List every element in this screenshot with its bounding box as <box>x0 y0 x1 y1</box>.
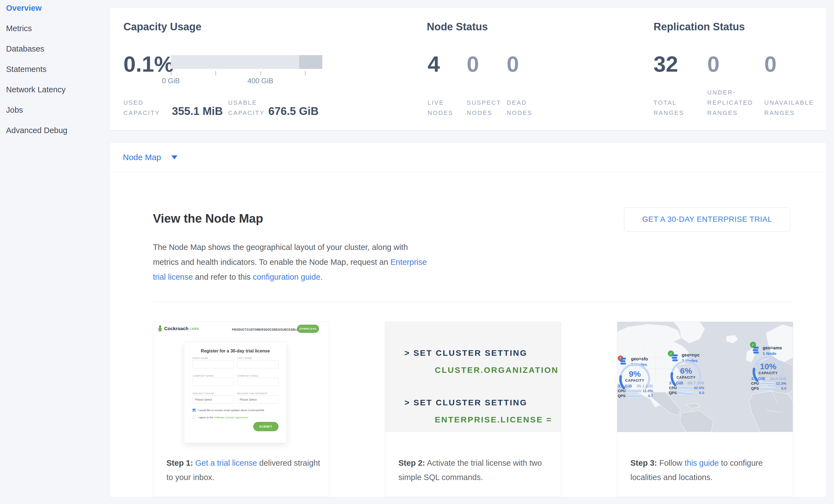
node-map-description: The Node Map shows the geographical layo… <box>153 240 429 284</box>
sidebar: Overview Metrics Databases Statements Ne… <box>0 0 109 504</box>
cpu-row: CPU 12.3% <box>751 381 786 386</box>
logo-suffix: LABS <box>190 327 199 330</box>
section-divider <box>153 302 793 302</box>
last-name-field <box>237 360 279 368</box>
sidebar-item-metrics[interactable]: Metrics <box>0 18 109 39</box>
map-node-ams: ✓ geo=ams 1 Node 10% CAPACITY <box>617 322 793 402</box>
capacity-bar-dark-segment <box>299 55 322 69</box>
live-nodes-count: 4 <box>427 49 440 79</box>
sql-snippet: > SET CLUSTER SETTING CLUSTER.ORGANIZATI… <box>385 322 561 432</box>
sidebar-item-jobs[interactable]: Jobs <box>0 100 109 120</box>
capacity-usage-bar <box>171 55 322 69</box>
step3-label: Step 3: <box>630 459 657 467</box>
capacity-usage-title: Capacity Usage <box>124 21 201 33</box>
agreement-pre: I agree to the <box>198 416 214 419</box>
minisite-submit-button: SUBMIT <box>253 422 279 431</box>
step3-caption: Step 3: Follow this guide to configure l… <box>630 456 785 484</box>
qps-sparkline-icon <box>761 387 775 391</box>
capacity-axis-tick <box>260 71 261 75</box>
get-trial-license-link[interactable]: Get a trial license <box>195 459 257 467</box>
unchecked-checkbox-icon <box>193 416 196 419</box>
project-phase-select: Please Select <box>193 395 234 404</box>
get-enterprise-trial-button[interactable]: GET A 30-DAY ENTERPRISE TRIAL <box>624 207 790 232</box>
cluster-summary-panel: Capacity Usage 0.1% 0 GiB 400 GiB USED C… <box>109 7 827 130</box>
step3-text: Follow <box>657 459 685 467</box>
capacity-axis-tick <box>305 71 306 75</box>
view-selector-label: Node Map <box>123 153 161 162</box>
unavailable-ranges-label: UNAVAILABLE RANGES <box>764 97 822 118</box>
step1-text <box>193 459 195 467</box>
node-status-title: Node Status <box>427 21 488 33</box>
reason-for-interest-label: REASON FOR INTEREST <box>237 392 268 395</box>
this-guide-link[interactable]: this guide <box>685 459 719 467</box>
sql-line-2: CLUSTER.ORGANIZATION = <box>435 366 561 375</box>
sql-line-1: > SET CLUSTER SETTING <box>404 348 527 358</box>
usable-capacity-value: 676.5 GiB <box>268 105 319 117</box>
logo-word: Cockroach <box>164 326 189 331</box>
db-console-overview-page: Overview Metrics Databases Statements Ne… <box>0 0 834 504</box>
chevron-down-icon <box>171 155 177 159</box>
capacity-axis-tick <box>216 71 216 75</box>
email-updates-checkbox-row: I would like to receive email updates ab… <box>193 409 281 412</box>
minisite-download-button: DOWNLOAD <box>297 325 319 333</box>
company-email-field <box>237 378 279 386</box>
locality-name: geo=ams <box>763 346 782 351</box>
sidebar-item-network-latency[interactable]: Network Latency <box>0 79 109 100</box>
sql-line-4: ENTERPRISE.LICENSE = <box>435 415 552 424</box>
description-text: The Node Map shows the geographical layo… <box>153 243 408 266</box>
suspect-nodes-count: 0 <box>467 49 479 79</box>
capacity-word: CAPACITY <box>752 371 785 375</box>
used-capacity-label: USED CAPACITY <box>124 97 168 118</box>
software-license-agreement-link: Software License Agreement <box>214 416 247 419</box>
sql-line-3: > SET CLUSTER SETTING <box>404 398 527 407</box>
company-name-field <box>193 378 234 386</box>
first-name-field <box>193 360 234 368</box>
total-gib: 34.4 GiB <box>770 376 786 381</box>
cpu-label: CPU <box>751 381 761 386</box>
view-selector-dropdown[interactable]: Node Map <box>110 143 826 172</box>
minisite-nav-item: CUSTOMERS <box>247 328 265 331</box>
description-text: and refer to this <box>193 272 253 281</box>
step2-caption: Step 2: Activate the trial license with … <box>398 456 553 484</box>
capacity-percent: 10% <box>752 362 785 371</box>
license-agreement-checkbox-row: I agree to the Software License Agreemen… <box>193 416 281 419</box>
minisite-nav: PRODUCT CUSTOMERS DOCS RESOURCES BLOG <box>232 322 294 337</box>
checked-checkbox-icon <box>193 409 196 412</box>
license-agreement-text: I agree to the Software License Agreemen… <box>198 416 248 419</box>
replication-status-title: Replication Status <box>654 21 745 33</box>
dead-nodes-label: DEAD NODES <box>507 97 540 118</box>
step1-caption: Step 1: Get a trial license delivered st… <box>167 456 321 484</box>
live-nodes-label: LIVE NODES <box>427 97 461 118</box>
minisite-nav-item: RESOURCES <box>274 328 292 331</box>
email-updates-text: I would like to receive email updates ab… <box>198 409 265 412</box>
last-name-label: LAST NAME <box>237 357 252 359</box>
under-replicated-ranges-count: 0 <box>707 49 720 79</box>
node-map-panel: Node Map View the Node Map The Node Map … <box>109 143 827 497</box>
first-name-label: FIRST NAME <box>193 357 208 359</box>
configuration-guide-link[interactable]: configuration guide <box>253 272 321 281</box>
database-icon <box>753 347 759 354</box>
under-replicated-ranges-label: UNDER-REPLICATED RANGES <box>707 87 762 118</box>
capacity-used-percent: 0.1% <box>124 49 174 79</box>
step2-card: > SET CLUSTER SETTING CLUSTER.ORGANIZATI… <box>385 322 561 497</box>
step2-label: Step 2: <box>398 459 425 467</box>
suspect-nodes-label: SUSPECT NODES <box>467 97 503 118</box>
page-title: View the Node Map <box>153 212 263 225</box>
used-capacity-value: 355.1 MiB <box>172 105 223 117</box>
unavailable-ranges-count: 0 <box>764 49 777 79</box>
step1-label: Step 1: <box>167 459 193 467</box>
step1-card: Cockroach LABS PRODUCT CUSTOMERS DOCS RE… <box>153 322 329 497</box>
capacity-gib-row: 3.6 GiB 34.4 GiB <box>751 376 786 381</box>
cockroach-bug-icon <box>158 325 162 332</box>
trial-license-form: Register for a 30-day trial license FIRS… <box>184 342 287 443</box>
sidebar-item-statements[interactable]: Statements <box>0 59 109 79</box>
capacity-axis-tick <box>171 71 171 75</box>
dead-nodes-count: 0 <box>507 49 519 79</box>
sidebar-item-advanced-debug[interactable]: Advanced Debug <box>0 120 109 140</box>
minisite-nav-item: PRODUCT <box>232 328 247 331</box>
sidebar-item-overview[interactable]: Overview <box>0 0 109 18</box>
form-title: Register for a 30-day trial license <box>184 349 286 353</box>
node-map-preview: 1 geo=sfo 2 Nodes 9% CAPACITY <box>617 322 793 432</box>
sidebar-item-databases[interactable]: Databases <box>0 39 109 59</box>
total-ranges-count: 32 <box>654 49 678 79</box>
